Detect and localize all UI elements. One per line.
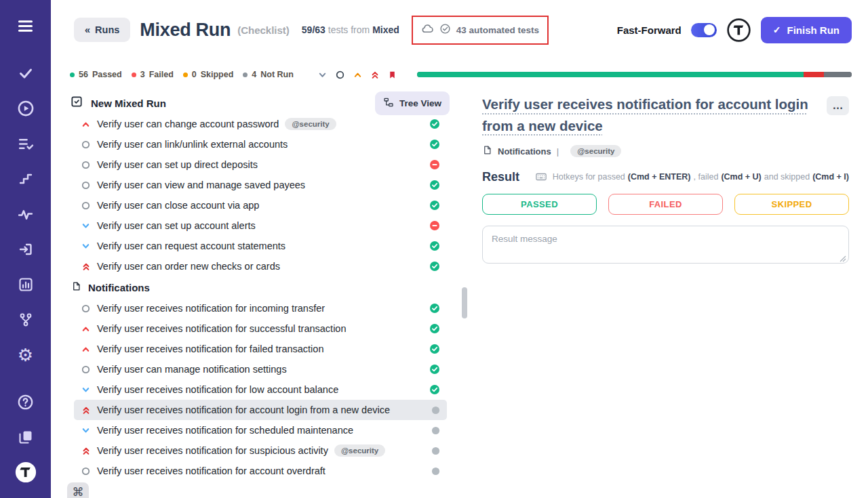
mark-failed-button[interactable]: FAILED xyxy=(608,194,723,215)
sign-in-icon[interactable] xyxy=(0,232,51,267)
help-icon[interactable] xyxy=(0,384,51,419)
sidebar-top xyxy=(0,7,51,45)
test-row[interactable]: Verify user can manage notification sett… xyxy=(74,359,447,379)
circle-priority-icon xyxy=(81,201,91,210)
down-priority-icon xyxy=(81,386,91,394)
scrollbar-thumb[interactable] xyxy=(462,287,467,318)
test-tag: @security xyxy=(334,444,385,457)
test-row[interactable]: Verify user receives notification for in… xyxy=(74,298,447,318)
test-title: Verify user can link/unlink external acc… xyxy=(97,139,288,150)
double-up-priority-icon xyxy=(81,405,91,415)
status-passed-icon xyxy=(429,261,440,272)
section-header[interactable]: Notifications xyxy=(51,276,460,298)
run-progress-bar xyxy=(417,72,852,77)
test-row[interactable]: Verify user can set up account alerts xyxy=(74,215,447,236)
docs-icon[interactable] xyxy=(0,419,51,455)
status-passed-icon xyxy=(429,364,440,375)
stats-bar: 56 Passed 3 Failed 0 Skipped 4 Not Run xyxy=(51,60,868,89)
play-icon[interactable] xyxy=(0,91,51,126)
finish-run-button[interactable]: ✓ Finish Run xyxy=(761,17,852,43)
list-check-icon[interactable] xyxy=(0,126,51,161)
gear-icon[interactable]: ⚙ xyxy=(0,337,51,373)
test-row[interactable]: Verify user receives notification for fa… xyxy=(74,339,447,359)
double-chevron-up-icon[interactable] xyxy=(371,70,379,80)
stat-passed: 56 Passed xyxy=(70,70,122,79)
circle-outline-icon[interactable] xyxy=(336,70,344,79)
chevrons-left-icon: « xyxy=(85,25,90,35)
test-row[interactable]: Verify user can change account password@… xyxy=(74,117,447,134)
double-up-priority-icon xyxy=(81,446,91,456)
not-run-label: Not Run xyxy=(260,70,294,79)
test-list: Verify user can change account password@… xyxy=(51,117,460,498)
test-row[interactable]: Verify user receives notification for ac… xyxy=(74,400,447,420)
logo-icon[interactable] xyxy=(0,455,51,490)
flow-icon[interactable] xyxy=(0,161,51,196)
test-row[interactable]: Verify user can request account statemen… xyxy=(74,236,447,256)
branch-icon[interactable] xyxy=(0,302,51,337)
bookmark-icon[interactable] xyxy=(388,70,397,80)
check-icon[interactable] xyxy=(0,56,51,91)
hotkeys-mid1: , failed xyxy=(694,172,719,182)
test-title[interactable]: Verify user receives notification for ac… xyxy=(482,94,821,137)
security-tag[interactable]: @security xyxy=(570,145,621,157)
not-run-count: 4 xyxy=(252,70,256,79)
tree-view-label: Tree View xyxy=(399,98,441,108)
sidebar-bottom xyxy=(0,384,51,490)
test-row[interactable]: Verify user can close account via app xyxy=(74,195,447,215)
circle-priority-icon xyxy=(81,140,91,149)
tests-count: 59/63 tests from Mixed xyxy=(302,24,399,35)
header: « Runs Mixed Run (Checklist) 59/63 tests… xyxy=(51,0,868,60)
collapse-chevron-down-icon[interactable] xyxy=(318,70,327,79)
test-title: Verify user receives notification for su… xyxy=(97,445,328,456)
tree-view-button[interactable]: Tree View xyxy=(375,91,450,115)
stat-failed: 3 Failed xyxy=(132,70,174,79)
breadcrumb-divider: | xyxy=(557,146,559,157)
chart-icon[interactable] xyxy=(0,267,51,302)
stat-skipped: 0 Skipped xyxy=(183,70,234,79)
finish-run-label: Finish Run xyxy=(787,24,840,36)
status-passed-icon xyxy=(429,303,440,314)
test-row[interactable]: Verify user can link/unlink external acc… xyxy=(74,134,447,154)
test-row[interactable]: Verify user receives notification for ac… xyxy=(74,461,447,481)
test-row[interactable]: Verify user receives notification for sc… xyxy=(74,420,447,440)
more-actions-button[interactable]: … xyxy=(827,96,849,115)
chevron-up-icon[interactable] xyxy=(353,70,362,79)
test-title: Verify user receives notification for fa… xyxy=(97,344,323,354)
result-message-wrap xyxy=(482,226,849,266)
command-shortcut-button[interactable]: ⌘ xyxy=(67,482,89,498)
test-title: Verify user can set up direct deposits xyxy=(97,159,258,170)
test-row[interactable]: Verify user receives notification for lo… xyxy=(74,379,447,400)
double-up-priority-icon xyxy=(81,262,91,272)
passed-dot-icon xyxy=(70,72,75,77)
app-logo[interactable] xyxy=(726,18,751,43)
test-title: Verify user receives notification for lo… xyxy=(97,384,338,395)
stat-not-run: 4 Not Run xyxy=(243,70,294,79)
status-failed-icon xyxy=(429,220,440,231)
tests-source: Mixed xyxy=(372,24,399,35)
keyboard-icon xyxy=(535,171,547,183)
back-to-runs-button[interactable]: « Runs xyxy=(74,18,130,42)
menu-icon[interactable] xyxy=(0,7,51,45)
mark-passed-button[interactable]: PASSED xyxy=(482,194,597,215)
result-row: Result Hotkeys for passed (Cmd + ENTER) … xyxy=(482,170,849,184)
automated-tests-badge[interactable]: 43 automated tests xyxy=(412,16,549,45)
failed-label: Failed xyxy=(149,70,174,79)
test-title: Verify user can close account via app xyxy=(97,200,259,211)
status-passed-icon xyxy=(429,180,440,190)
test-row[interactable]: Verify user receives notification for su… xyxy=(74,440,447,461)
test-row[interactable]: Verify user can set up direct deposits xyxy=(74,154,447,175)
test-row[interactable]: Verify user can view and manage saved pa… xyxy=(74,175,447,195)
pulse-icon[interactable] xyxy=(0,196,51,232)
status-not_run-icon xyxy=(431,406,440,415)
list-scrollbar[interactable] xyxy=(460,89,469,498)
test-row[interactable]: Verify user can order new checks or card… xyxy=(74,256,447,276)
automated-tests-label: 43 automated tests xyxy=(456,25,539,35)
list-header: New Mixed Run Tree View xyxy=(51,89,460,117)
breadcrumb-section[interactable]: Notifications xyxy=(498,146,551,157)
test-row[interactable]: Verify user receives notification for su… xyxy=(74,318,447,339)
mark-skipped-button[interactable]: SKIPPED xyxy=(734,194,849,215)
fast-forward-toggle[interactable] xyxy=(691,23,717,37)
progress-passed-segment xyxy=(417,72,804,77)
status-passed-icon xyxy=(429,119,440,129)
result-message-input[interactable] xyxy=(482,226,849,264)
